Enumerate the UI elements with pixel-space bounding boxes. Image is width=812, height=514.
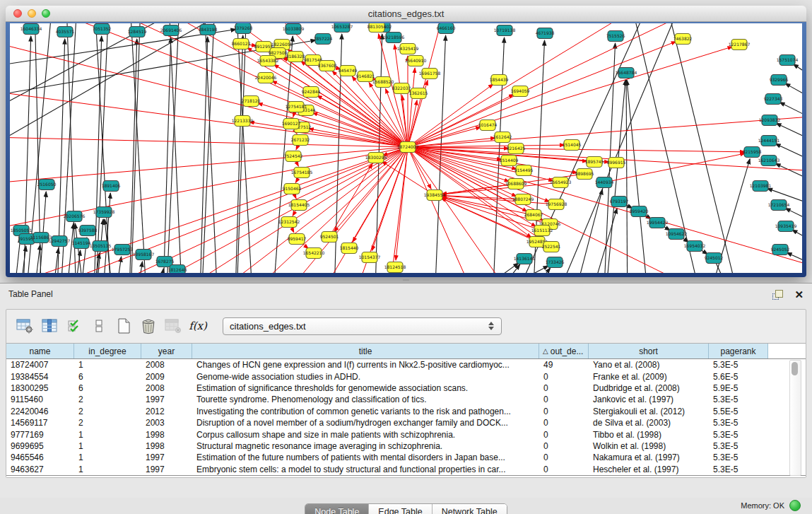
close-panel-icon[interactable]: ✕ [794, 290, 804, 299]
graph-node[interactable]: 7524542 [284, 151, 303, 162]
graph-node[interactable]: 19218596 [383, 33, 405, 43]
table-row[interactable]: 946362711997Embryonic stem cells: a mode… [6, 464, 806, 475]
table-vertical-scrollbar[interactable] [789, 360, 801, 476]
graph-node[interactable]: 9154495 [514, 165, 534, 176]
graph-node[interactable]: 4035571 [56, 27, 75, 37]
table-cell[interactable]: 0 [539, 383, 589, 393]
graph-node[interactable]: 7463822 [673, 34, 693, 45]
graph-node[interactable]: 16954032 [684, 241, 706, 252]
table-row[interactable]: 1830029562008Estimation of significance … [6, 382, 806, 394]
graph-node[interactable]: 18300295 [365, 153, 387, 163]
graph-node[interactable]: 2516050 [37, 180, 57, 190]
table-cell[interactable]: 0 [539, 452, 589, 462]
table-cell[interactable]: 19384554 [6, 372, 74, 382]
table-cell[interactable]: Tourette syndrome. Phenomenology and cla… [192, 395, 539, 404]
table-cell[interactable]: 0 [539, 465, 589, 474]
graph-node[interactable]: 7857224 [314, 34, 333, 45]
table-select[interactable]: citations_edges.txt [223, 317, 502, 335]
table-cell[interactable]: 2003 [141, 418, 192, 428]
table-cell[interactable]: 6 [74, 372, 141, 382]
table-cell[interactable]: 1 [74, 452, 141, 462]
graph-node[interactable]: 8186328 [286, 52, 305, 62]
graph-node[interactable]: 2522541 [542, 242, 561, 252]
graph-node[interactable]: 1895745 [585, 157, 604, 168]
table-cell[interactable]: 1998 [141, 430, 192, 440]
table-row[interactable]: 946554611997Estimation of the future num… [6, 452, 806, 463]
graph-node[interactable]: 9397588 [78, 226, 98, 236]
table-cell[interactable]: Changes of HCN gene expression and I(f) … [192, 360, 539, 370]
graph-node[interactable]: 8959417 [288, 234, 307, 245]
graph-node[interactable]: 2684067 [524, 210, 543, 221]
graph-node[interactable]: 9150462 [283, 184, 302, 194]
graph-node[interactable]: 1284519 [128, 27, 147, 37]
table-cell[interactable]: Embryonic stem cells: a model to study s… [192, 465, 539, 474]
table-cell[interactable]: 0 [539, 441, 589, 451]
graph-node[interactable]: 14136141 [514, 254, 536, 264]
table-cell[interactable]: 5.3E-5 [709, 465, 768, 474]
column-header-in_degree[interactable]: in_degree [74, 344, 141, 358]
graph-node[interactable]: 1891406 [102, 181, 121, 192]
graph-node[interactable]: 18124518 [384, 262, 406, 273]
column-header-name[interactable]: name [6, 344, 74, 358]
table-cell[interactable]: de Silva et al. (2003) [589, 418, 709, 428]
table-cell[interactable]: Jankovic et al. (1997) [589, 395, 709, 404]
table-cell[interactable]: Disruption of a novel member of a sodium… [192, 418, 539, 428]
graph-node[interactable]: 8215958 [743, 147, 762, 158]
table-cell[interactable]: Wolkin et al. (1998) [589, 441, 709, 451]
table-cell[interactable]: 0 [539, 430, 589, 440]
table-cell[interactable]: 2012 [141, 407, 192, 416]
graph-node[interactable]: 1362615 [409, 88, 428, 99]
network-canvas[interactable]: 1604633440355712069140670513521284519160… [10, 23, 802, 273]
graph-node[interactable]: 14325419 [397, 44, 419, 54]
table-settings-button[interactable] [15, 315, 35, 337]
table-cell[interactable]: 1998 [141, 441, 192, 451]
graph-node[interactable]: 12103981 [750, 181, 772, 192]
graph-node[interactable]: 19756928 [546, 199, 567, 210]
table-cell[interactable]: 5.5E-5 [709, 407, 768, 416]
graph-node[interactable]: 8813054 [367, 23, 387, 33]
graph-node[interactable]: 12444151 [758, 136, 780, 146]
table-cell[interactable]: 1 [74, 465, 141, 474]
table-cell[interactable]: Corpus callosum shape and size in male p… [192, 430, 539, 440]
graph-node[interactable]: 9227343 [764, 94, 783, 105]
graph-node[interactable]: 8660123 [232, 39, 251, 49]
table-cell[interactable]: 18300295 [6, 383, 74, 393]
graph-node[interactable]: 2843198 [199, 25, 218, 35]
table-cell[interactable]: 9777169 [6, 430, 74, 440]
float-panel-icon[interactable] [772, 290, 783, 299]
table-cell[interactable]: Investigating the contribution of common… [192, 407, 539, 416]
graph-node[interactable]: 8454749 [339, 66, 358, 76]
table-cell[interactable]: 6 [74, 383, 141, 393]
minimize-button[interactable] [28, 9, 36, 18]
graph-node[interactable]: 6793197 [610, 197, 629, 207]
graph-node[interactable]: 10688609 [505, 179, 527, 189]
graph-node[interactable]: 20206576 [64, 211, 86, 222]
graph-node[interactable]: 1145194 [72, 238, 91, 249]
table-cell[interactable]: 9699695 [6, 441, 74, 451]
table-row[interactable]: 1456911722003Disruption of a novel membe… [6, 417, 806, 428]
zoom-button[interactable] [42, 9, 50, 18]
graph-node[interactable]: 9242844 [302, 87, 321, 98]
deselect-all-button[interactable] [89, 315, 109, 337]
graph-node[interactable]: 1854439 [490, 75, 509, 86]
graph-node[interactable]: 1733426 [546, 257, 565, 268]
graph-node[interactable]: 12754181 [286, 102, 307, 112]
graph-node[interactable]: 2671232 [291, 135, 310, 146]
graph-node[interactable]: 1016474 [478, 120, 498, 131]
delete-entries-button[interactable] [139, 315, 158, 337]
table-row[interactable]: 969969511998Structural magnetic resonanc… [6, 440, 806, 452]
graph-node[interactable]: 17359928 [93, 207, 115, 218]
graph-node[interactable]: 20691406 [160, 25, 182, 36]
table-cell[interactable]: 0 [539, 395, 589, 404]
scrollbar-thumb[interactable] [792, 362, 798, 375]
graph-node[interactable]: 10719138 [494, 25, 516, 36]
table-cell[interactable]: 2 [74, 407, 141, 416]
delete-table-button[interactable] [163, 315, 183, 337]
graph-node[interactable]: 9329966 [770, 75, 789, 86]
table-row[interactable]: 977716911998Corpus callosum shape and si… [6, 428, 806, 440]
graph-node[interactable]: 1514045 [563, 140, 582, 151]
table-cell[interactable]: 1997 [141, 465, 192, 474]
graph-node[interactable]: 22420046 [255, 73, 277, 83]
graph-node[interactable]: 12942757 [49, 236, 71, 247]
graph-node[interactable]: 8959420 [630, 206, 649, 217]
